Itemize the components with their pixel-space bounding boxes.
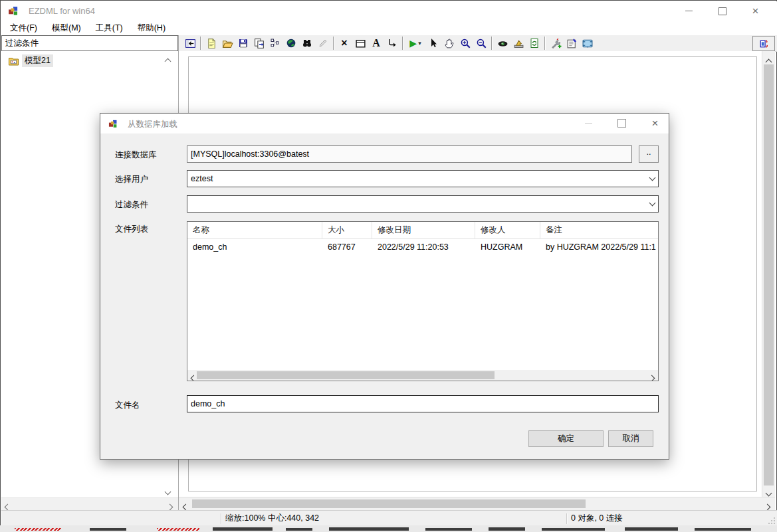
maximize-button[interactable] <box>707 1 737 21</box>
tree-scroll-down-icon[interactable] <box>166 487 170 496</box>
new-file-button[interactable] <box>203 36 219 50</box>
copy-button[interactable] <box>251 36 267 50</box>
refresh-document-button[interactable] <box>526 36 542 50</box>
background-window-strip <box>0 525 777 532</box>
table-tool-button[interactable] <box>352 36 368 50</box>
preview-button[interactable] <box>495 36 510 50</box>
connect-db-input[interactable] <box>187 145 632 163</box>
globe-icon <box>286 38 296 48</box>
col-header-size[interactable]: 大小 <box>322 222 372 238</box>
tree-scroll-up-icon[interactable] <box>166 56 170 66</box>
minimize-icon <box>685 11 693 11</box>
properties-button[interactable] <box>564 36 580 50</box>
col-header-remark[interactable]: 备注 <box>540 222 658 238</box>
delete-icon: × <box>341 37 347 49</box>
col-header-modified-by[interactable]: 修改人 <box>475 222 540 238</box>
find-binoculars-icon <box>302 38 312 48</box>
panel-toggle-button[interactable] <box>182 36 198 50</box>
model-tree-icon <box>270 38 280 48</box>
menu-model[interactable]: 模型(M) <box>45 21 88 36</box>
file-list-scroll-right-icon[interactable] <box>649 373 654 381</box>
canvas-hscrollbar[interactable] <box>179 497 775 510</box>
file-list-hscrollbar[interactable] <box>187 370 658 381</box>
filter-combobox-chevron-icon[interactable] <box>649 200 656 207</box>
app-logo-icon <box>8 5 19 19</box>
toolbar-separator <box>491 37 493 50</box>
dialog-maximize-button[interactable] <box>607 114 637 133</box>
connector-tool-button[interactable] <box>384 36 400 50</box>
window-frame-button[interactable] <box>580 36 596 50</box>
canvas-hscroll-thumb[interactable] <box>192 499 586 508</box>
sidebar-filter-input[interactable]: 过滤条件 <box>1 35 178 51</box>
cancel-button[interactable]: 取消 <box>608 430 653 447</box>
file-list-scroll-left-icon[interactable] <box>191 373 196 381</box>
col-header-modified-date[interactable]: 修改日期 <box>372 222 475 238</box>
dock-toggle-icon <box>758 38 770 49</box>
dialog-close-button[interactable]: × <box>640 114 670 133</box>
toolbar-separator <box>200 37 201 50</box>
text-tool-button[interactable]: A <box>368 36 384 50</box>
sidebar-hscrollbar[interactable] <box>1 497 178 510</box>
filter-combobox[interactable] <box>187 195 659 213</box>
tree-item-model21[interactable]: 模型21 <box>8 54 53 66</box>
export-button[interactable] <box>510 36 526 50</box>
app-title: EZDML for win64 <box>29 6 95 16</box>
globe-button[interactable] <box>283 36 299 50</box>
run-button[interactable]: ▶▾ <box>405 36 425 50</box>
pan-button[interactable] <box>441 36 457 50</box>
statusbar-objects: 0 对象, 0 连接 <box>568 513 623 524</box>
cursor-icon <box>428 38 439 48</box>
zoom-in-icon <box>460 38 471 49</box>
delete-button[interactable]: × <box>336 36 352 50</box>
cell-modified-date: 2022/5/29 11:20:53 <box>372 242 475 252</box>
app-titlebar[interactable]: EZDML for win64 × <box>1 1 777 21</box>
user-combobox[interactable]: eztest <box>187 170 659 187</box>
dock-toggle-button[interactable] <box>752 36 775 51</box>
filename-label: 文件名 <box>115 400 140 411</box>
statusbar: 缩放:100% 中心:440, 342 0 对象, 0 连接 <box>1 510 777 526</box>
hand-icon <box>444 38 455 49</box>
zoom-out-button[interactable] <box>473 36 489 50</box>
close-button[interactable]: × <box>740 1 770 21</box>
toolbar-separator <box>402 37 403 50</box>
col-header-name[interactable]: 名称 <box>187 222 322 238</box>
menu-tools[interactable]: 工具(T) <box>88 21 130 36</box>
toolbar-separator <box>333 37 334 50</box>
ok-button[interactable]: 确定 <box>528 430 604 447</box>
run-icon: ▶ <box>409 38 417 48</box>
file-list-row[interactable]: demo_ch 687767 2022/5/29 11:20:53 HUZGRA… <box>187 239 658 255</box>
user-combobox-chevron-icon[interactable] <box>649 175 656 181</box>
model-tree-button[interactable] <box>267 36 283 50</box>
refresh-document-icon <box>529 38 540 48</box>
filename-input[interactable] <box>187 395 659 412</box>
dialog-close-icon: × <box>652 118 659 129</box>
add-tool-button[interactable] <box>548 36 564 50</box>
edit-button[interactable] <box>315 36 331 50</box>
open-file-button[interactable] <box>219 36 235 50</box>
run-dropdown-icon[interactable]: ▾ <box>418 40 421 46</box>
cell-name: demo_ch <box>187 242 322 252</box>
connect-db-label: 连接数据库 <box>115 149 157 161</box>
select-user-label: 选择用户 <box>115 174 148 185</box>
user-combobox-value: eztest <box>191 174 650 183</box>
menu-file[interactable]: 文件(F) <box>3 21 45 36</box>
canvas-scroll-down-icon[interactable] <box>766 488 771 497</box>
save-icon <box>238 38 249 48</box>
canvas-vscrollbar[interactable] <box>762 51 775 497</box>
dialog-maximize-icon <box>617 119 626 128</box>
save-button[interactable] <box>235 36 251 50</box>
canvas-vscroll-thumb[interactable] <box>764 64 774 486</box>
zoom-in-button[interactable] <box>457 36 473 50</box>
dialog-minimize-button[interactable] <box>574 114 604 133</box>
menu-help[interactable]: 帮助(H) <box>130 21 173 36</box>
find-button[interactable] <box>299 36 315 50</box>
resize-grip-icon[interactable] <box>768 517 776 525</box>
screenshot-root: EZDML for win64 × 文件(F) 模型(M) 工具(T) 帮助(H… <box>0 0 777 532</box>
minimize-button[interactable] <box>674 1 704 21</box>
file-list-hscroll-thumb[interactable] <box>197 371 495 379</box>
dialog-titlebar[interactable]: 从数据库加载 × <box>100 114 669 133</box>
select-cursor-button[interactable] <box>425 36 441 50</box>
statusbar-section-empty <box>1 511 221 526</box>
browse-db-button[interactable]: .. <box>639 145 659 163</box>
tree-item-label[interactable]: 模型21 <box>22 54 53 67</box>
